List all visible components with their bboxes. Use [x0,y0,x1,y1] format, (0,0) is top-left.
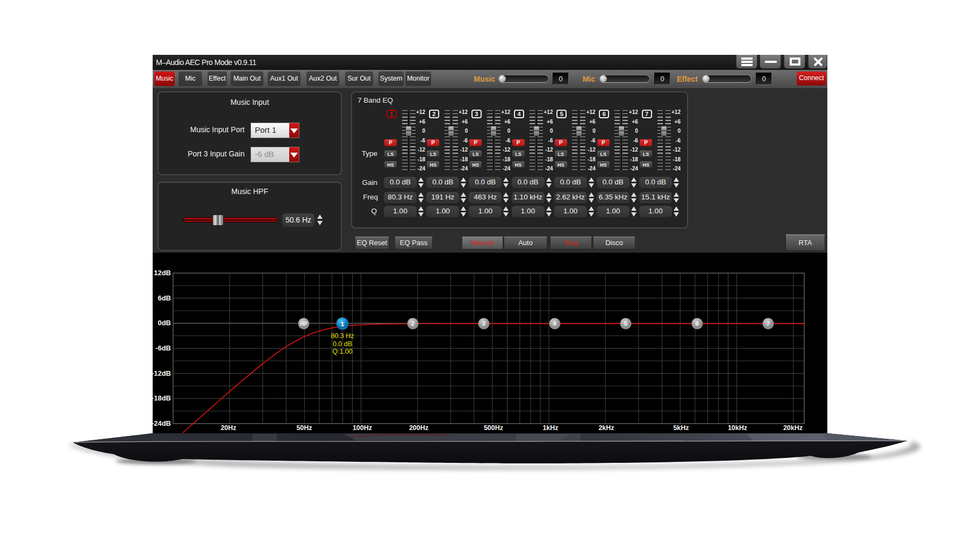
svg-text:1: 1 [341,321,345,327]
svg-text:HP: HP [300,320,308,327]
svg-text:2: 2 [411,320,414,327]
svg-text:3: 3 [482,320,485,327]
svg-text:6: 6 [696,320,699,327]
svg-text:4: 4 [553,320,556,327]
svg-text:7: 7 [767,320,770,327]
svg-text:5: 5 [624,320,627,327]
